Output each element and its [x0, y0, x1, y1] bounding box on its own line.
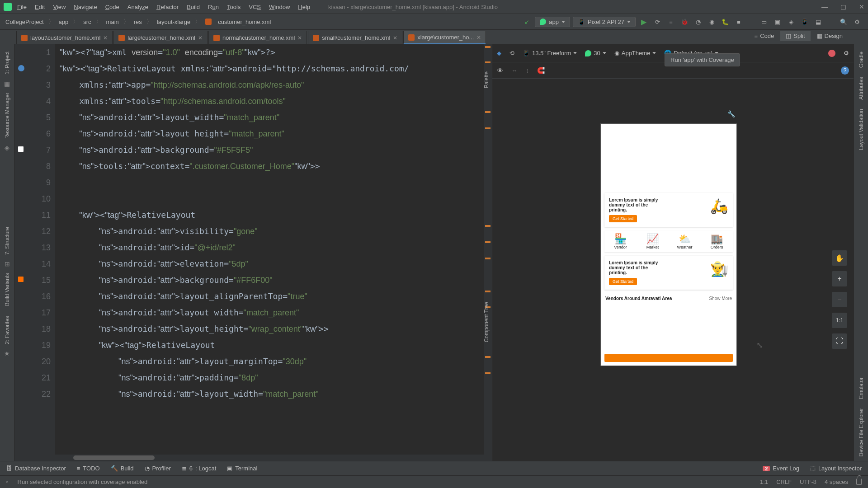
menu-build[interactable]: Build: [187, 4, 200, 10]
close-icon[interactable]: ✕: [393, 35, 397, 41]
structure-icon[interactable]: ⊞: [4, 260, 11, 267]
menu-run[interactable]: Run: [208, 4, 219, 10]
device-manager-button[interactable]: 📱: [799, 16, 810, 27]
arrows-h-icon[interactable]: ↔: [511, 67, 518, 74]
surface-icon[interactable]: ◆: [497, 50, 501, 56]
arrows-v-icon[interactable]: ↕: [526, 67, 529, 74]
tool-terminal[interactable]: ▣Terminal: [227, 465, 257, 472]
tool-build[interactable]: 🔨Build: [111, 465, 134, 472]
tool-device-file-explorer[interactable]: Device File Explorer: [858, 404, 864, 461]
menu-refactor[interactable]: Refactor: [156, 4, 179, 10]
breadcrumb-item[interactable]: layout-xlarge: [157, 19, 190, 25]
tool-emulator[interactable]: Emulator: [858, 373, 864, 404]
tool-todo[interactable]: ≡TODO: [77, 465, 100, 472]
menu-analyze[interactable]: Analyze: [127, 4, 148, 10]
tool-structure[interactable]: 7: Structure: [4, 222, 10, 259]
menu-help[interactable]: Help: [298, 4, 310, 10]
menu-edit[interactable]: Edit: [35, 4, 45, 10]
minimize-button[interactable]: —: [821, 3, 828, 10]
palette-tab[interactable]: Palette: [481, 67, 491, 93]
settings-button[interactable]: ⚙: [852, 16, 863, 27]
breadcrumb-item[interactable]: main: [106, 19, 119, 25]
attach-debugger-button[interactable]: 🐛: [720, 16, 731, 27]
editor-tab[interactable]: large\customer_home.xml✕: [113, 31, 208, 44]
view-split-button[interactable]: ◫Split: [780, 31, 810, 41]
magnet-icon[interactable]: 🧲: [537, 67, 545, 74]
close-icon[interactable]: ✕: [476, 34, 481, 41]
menu-window[interactable]: Window: [269, 4, 290, 10]
view-design-button[interactable]: ▦Design: [811, 31, 848, 41]
tool-window-toggle-icon[interactable]: ▫: [6, 479, 9, 485]
help-icon[interactable]: ?: [841, 66, 849, 75]
coverage-button[interactable]: ◔: [693, 16, 703, 27]
device-picker[interactable]: 📱13.5" Freeform: [523, 50, 577, 56]
sdk-manager-button[interactable]: ▣: [772, 16, 783, 27]
view-code-button[interactable]: ≡Code: [749, 31, 780, 41]
maximize-button[interactable]: ▢: [840, 3, 846, 10]
api-picker[interactable]: 30: [585, 50, 606, 56]
tool-profiler[interactable]: ◔Profiler: [145, 465, 171, 472]
warnings-indicator[interactable]: [828, 50, 835, 57]
indent-setting[interactable]: 4 spaces: [825, 479, 848, 485]
editor-tab[interactable]: small\customer_home.xml✕: [308, 31, 402, 44]
zoom-in-button[interactable]: +: [832, 271, 847, 286]
line-separator[interactable]: CRLF: [776, 479, 792, 485]
tool-project[interactable]: 1: Project: [4, 47, 10, 79]
orientation-icon[interactable]: ⟲: [509, 50, 514, 56]
resource-manager-button[interactable]: ◈: [786, 16, 797, 27]
device-selector[interactable]: 📱 Pixel 2 API 27: [573, 17, 636, 27]
breadcrumb-item[interactable]: CollegeProject: [5, 19, 44, 25]
profile-button[interactable]: ◉: [706, 16, 717, 27]
tool-build-variants[interactable]: Build Variants: [4, 268, 10, 310]
code-area[interactable]: "kw"><?"tag">xml version="1.0" encoding=…: [55, 44, 484, 461]
close-icon[interactable]: ✕: [103, 35, 108, 41]
color-swatch-icon[interactable]: [18, 146, 24, 152]
device-preview[interactable]: Lorem Ipsum is simply dummy text of the …: [601, 124, 736, 366]
close-icon[interactable]: ✕: [198, 35, 203, 41]
horizontal-scrollbar[interactable]: [55, 455, 484, 461]
gutter-marker-icon[interactable]: [18, 65, 24, 71]
zoom-out-button[interactable]: −: [832, 292, 847, 307]
tool-gradle[interactable]: Gradle: [858, 47, 864, 72]
run-config-selector[interactable]: app: [535, 17, 570, 27]
menu-navigate[interactable]: Navigate: [74, 4, 97, 10]
error-stripe[interactable]: [484, 44, 492, 461]
tool-resource-manager[interactable]: Resource Manager: [4, 88, 10, 143]
folder-icon[interactable]: ▦: [4, 80, 11, 87]
color-swatch-icon[interactable]: [18, 277, 24, 282]
breadcrumb-item[interactable]: res: [134, 19, 142, 25]
editor-tab[interactable]: layout\customer_home.xml✕: [16, 31, 113, 44]
menu-code[interactable]: Code: [105, 4, 119, 10]
avd-manager-button[interactable]: ▭: [759, 16, 769, 27]
apply-changes-button[interactable]: ⟳: [652, 16, 663, 27]
stop-button[interactable]: ■: [733, 16, 744, 27]
menu-tools[interactable]: Tools: [227, 4, 241, 10]
menu-file[interactable]: File: [17, 4, 27, 10]
apply-code-changes-button[interactable]: ≡: [665, 16, 676, 27]
zoom-fit-button[interactable]: ⛶: [832, 333, 847, 349]
zoom-reset-button[interactable]: 1:1: [832, 313, 847, 328]
component-tree-tab[interactable]: Component Tree: [481, 297, 491, 347]
back-arrow-icon[interactable]: ↙: [521, 16, 532, 27]
tool-layout-validation[interactable]: Layout Validation: [858, 104, 864, 155]
tool-database-inspector[interactable]: 🗄Database Inspector: [6, 465, 66, 472]
breadcrumb-item[interactable]: customer_home.xml: [218, 19, 271, 25]
design-canvas[interactable]: 🔧 Lorem Ipsum is simply dummy text of th…: [492, 79, 854, 461]
menu-view[interactable]: View: [53, 4, 66, 10]
breadcrumb-item[interactable]: src: [83, 19, 91, 25]
event-log-button[interactable]: 2Event Log: [763, 465, 799, 472]
breadcrumb-item[interactable]: app: [59, 19, 69, 25]
tool-attributes[interactable]: Attributes: [858, 72, 864, 104]
menu-vcs[interactable]: VCS: [249, 4, 261, 10]
star-icon[interactable]: ★: [4, 350, 11, 357]
readonly-lock-icon[interactable]: [856, 479, 862, 485]
close-icon[interactable]: ✕: [297, 35, 302, 41]
editor-tab[interactable]: normal\customer_home.xml✕: [208, 31, 307, 44]
layout-inspector-button[interactable]: ⬚Layout Inspector: [810, 465, 862, 472]
eye-icon[interactable]: 👁: [497, 67, 503, 74]
code-editor[interactable]: 1 2 3456 7 891011 121314 15 16171819 202…: [14, 44, 492, 461]
tool-favorites[interactable]: 2: Favorites: [4, 311, 10, 349]
debug-button[interactable]: 🐞: [679, 16, 690, 27]
editor-tab-active[interactable]: xlarge\customer_ho...✕: [403, 31, 486, 44]
close-button[interactable]: ✕: [859, 3, 864, 10]
